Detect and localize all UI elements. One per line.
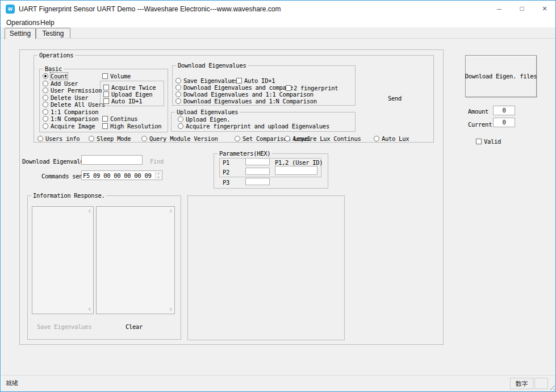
current-label: Current — [468, 121, 492, 128]
maximize-button[interactable]: □ — [511, 1, 533, 18]
checkbox-auto-id[interactable]: Auto ID+1 — [103, 98, 142, 105]
tab-testing[interactable]: Testing — [36, 28, 70, 39]
radio-query-module-version[interactable]: Query Module Version — [141, 135, 218, 142]
close-icon: ✕ — [542, 1, 547, 17]
radio-acquire-image[interactable]: Acquire Image — [43, 123, 95, 130]
clear-button[interactable]: Clear — [126, 323, 143, 330]
radio-icon — [235, 136, 240, 141]
resize-grip-icon[interactable] — [547, 383, 555, 390]
radio-icon — [175, 78, 181, 84]
commands-spinner[interactable]: ∧ ∨ — [155, 172, 161, 179]
p1-2-user-id-note: P1,2 (User ID) — [275, 159, 323, 166]
radio-acquire-lux-continus[interactable]: Acquire Lux Continus — [285, 135, 361, 142]
minimize-button[interactable]: ─ — [488, 1, 511, 18]
p2-secondary-input[interactable] — [275, 166, 317, 175]
checkbox-upload-eigen[interactable]: Upload Eigen — [103, 91, 152, 98]
radio-save-eigenvalues[interactable]: Save Eigenvalues — [175, 77, 238, 84]
radio-download-1-n[interactable]: Download Eigenvalues and 1:N Comparison — [175, 98, 317, 105]
send-button[interactable]: Send — [388, 95, 402, 102]
operations-group-label: Operations — [37, 52, 75, 59]
radio-acquire-and-upload[interactable]: Acquire fingerprint and upload Eigenvalu… — [178, 123, 329, 130]
scroll-up-icon[interactable]: ∧ — [87, 208, 91, 214]
status-num-cell: 数字 — [510, 378, 533, 389]
radio-label: User Permission — [51, 87, 102, 94]
radio-label: Add User — [51, 80, 78, 87]
radio-auto-lux[interactable]: Auto Lux — [374, 135, 409, 142]
find-button[interactable]: Find — [150, 158, 164, 165]
status-bar: 就绪 数字 — [1, 375, 556, 391]
checkbox-icon — [102, 123, 108, 129]
radio-label: Users info — [45, 135, 80, 142]
status-ready-text: 就绪 — [6, 379, 18, 387]
radio-icon — [141, 136, 147, 141]
amount-field[interactable]: 0 — [493, 106, 515, 115]
app-icon: w — [6, 5, 15, 14]
checkbox-acquire-twice[interactable]: Acquire Twice — [103, 84, 156, 91]
radio-icon — [374, 136, 379, 141]
radio-count[interactable]: Count — [43, 73, 68, 80]
radio-label: Save Eigenvalues — [183, 77, 238, 84]
p1-input[interactable] — [245, 158, 270, 165]
checkbox-label: Valid — [484, 138, 501, 145]
checkbox-label: Acquire Twice — [111, 84, 156, 91]
checkbox-label: Upload Eigen — [111, 91, 152, 98]
radio-sleep-mode[interactable]: Sleep Mode — [89, 135, 131, 142]
checkbox-auto-id-download[interactable]: Auto ID+1 — [236, 77, 275, 84]
checkbox-high-resolution[interactable]: High Resolution — [102, 123, 161, 130]
menu-operations[interactable]: Operations — [6, 19, 40, 27]
checkbox-valid[interactable]: Valid — [476, 138, 501, 145]
commands-sent-input[interactable]: F5 09 00 00 00 00 09 F5 ∧ ∨ — [81, 170, 162, 180]
radio-label: Delete All Users — [51, 101, 105, 108]
radio-users-info[interactable]: Users info — [37, 135, 80, 142]
radio-label: Download Eigenvalues and compare — [183, 84, 293, 91]
p1-label: P1 — [223, 159, 229, 166]
radio-label: Query Module Version — [149, 135, 218, 142]
radio-label: Dowload Eigenvalues and 1:1 Comparison — [183, 91, 313, 98]
radio-icon — [43, 102, 48, 107]
scroll-down-icon[interactable]: ∨ — [169, 307, 173, 312]
close-button[interactable]: ✕ — [533, 1, 556, 18]
checkbox-icon — [102, 73, 108, 79]
p3-input[interactable] — [245, 178, 270, 185]
radio-1-n-comparison[interactable]: 1:N Comparison — [43, 115, 98, 122]
checkbox-icon — [102, 116, 108, 122]
radio-1-1-comparison[interactable]: 1:1 Comparison — [43, 109, 98, 115]
radio-upload-eigen[interactable]: Upload Eigen. — [178, 116, 230, 123]
amount-label: Amount — [468, 108, 488, 115]
scroll-up-icon[interactable]: ∧ — [169, 208, 173, 214]
spin-down-icon[interactable]: ∨ — [157, 176, 160, 179]
save-eigenvalues-button[interactable]: Save Eigenvalues — [37, 323, 91, 330]
tab-setting[interactable]: Setting — [5, 28, 36, 39]
checkbox-volume[interactable]: Volume — [102, 73, 131, 80]
radio-download-and-compare[interactable]: Download Eigenvalues and compare — [175, 84, 293, 91]
download-eigenvalues-input[interactable] — [81, 155, 143, 165]
radio-label: Count — [51, 73, 68, 80]
response-listbox-left[interactable]: ∧ ∨ — [32, 206, 94, 314]
radio-selected-icon — [43, 73, 48, 79]
radio-download-1-1[interactable]: Dowload Eigenvalues and 1:1 Comparison — [175, 91, 313, 98]
download-eigen-files-button[interactable]: Download Eigen. files — [465, 55, 537, 97]
commands-sent-value: F5 09 00 00 00 00 09 F5 — [83, 172, 162, 179]
radio-delete-all-users[interactable]: Delete All Users — [43, 101, 105, 108]
upload-group-label: Upload Eigenvalues — [175, 109, 240, 115]
checkbox-icon — [103, 98, 109, 104]
download-eigenvalues-label: Download Eigenvalues — [22, 158, 90, 165]
radio-icon — [43, 81, 48, 86]
radio-add-user[interactable]: Add User — [43, 80, 78, 87]
radio-icon — [43, 109, 48, 115]
radio-label: Upload Eigen. — [186, 116, 230, 123]
scroll-down-icon[interactable]: ∨ — [87, 307, 91, 312]
radio-label: Acquire Image — [51, 123, 95, 130]
menu-help[interactable]: Help — [40, 19, 55, 27]
radio-icon — [178, 116, 183, 122]
radio-icon — [43, 95, 48, 101]
radio-icon — [43, 123, 48, 129]
radio-user-permission[interactable]: User Permission — [43, 87, 102, 94]
title-bar: w UART Fignerprint Sensor UART Demo ---W… — [1, 1, 555, 18]
current-field[interactable]: 0 — [493, 118, 515, 127]
radio-label: Sleep Mode — [97, 135, 131, 142]
checkbox-continus[interactable]: Continus — [102, 115, 137, 122]
radio-delete-user[interactable]: Delete User — [43, 94, 88, 101]
p2-input[interactable] — [245, 168, 270, 175]
response-listbox-right[interactable]: ∧ ∨ — [96, 206, 175, 314]
